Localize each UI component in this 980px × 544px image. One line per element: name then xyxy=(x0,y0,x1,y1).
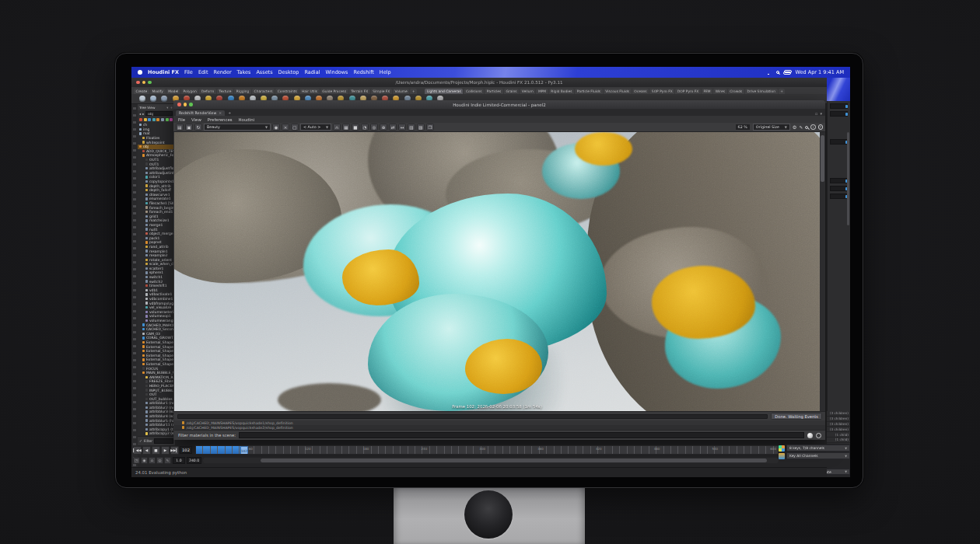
shelf-tab[interactable]: Particle Fluids xyxy=(575,89,603,94)
shelf-tab[interactable]: FEM xyxy=(702,89,712,94)
shelf-tab[interactable]: Hair Utils xyxy=(299,89,319,94)
material-preview-icon[interactable] xyxy=(807,433,813,438)
shelf-tab[interactable]: Grains xyxy=(504,89,519,94)
render-menu-item[interactable]: Preferences xyxy=(208,117,233,122)
snapshot-icon[interactable]: ▣ xyxy=(185,124,193,131)
shelf-tab[interactable]: + xyxy=(410,89,417,94)
menubar-menu-item[interactable]: Render xyxy=(213,69,231,75)
clock-icon[interactable]: ◔ xyxy=(361,124,369,131)
scrollbar-thumb[interactable] xyxy=(821,135,824,182)
shelf-tab[interactable]: + xyxy=(779,89,786,94)
zoom-window-button[interactable] xyxy=(148,81,152,85)
left-toolbar-strip[interactable] xyxy=(131,104,138,467)
shelf-tab[interactable]: Volume xyxy=(393,89,410,94)
range-end-field[interactable]: 240.0 xyxy=(187,457,201,464)
shelf-tab[interactable]: Drive Simulation xyxy=(745,89,778,94)
wifi-icon[interactable] xyxy=(765,71,772,75)
menubar-menu-item[interactable]: Redshift xyxy=(353,69,373,75)
pencil-icon[interactable]: ✎ xyxy=(800,125,803,130)
shelf-tab[interactable]: Particles xyxy=(485,89,503,94)
parameter-field[interactable] xyxy=(830,111,848,117)
shelf-tab[interactable]: Crowds xyxy=(728,89,744,94)
spotlight-icon[interactable] xyxy=(776,71,779,74)
render-menu-item[interactable]: Houdini xyxy=(239,117,255,122)
render-menu-item[interactable]: File xyxy=(178,117,185,122)
panel-icon[interactable]: ▥ xyxy=(408,124,415,131)
grid-icon[interactable]: ▦ xyxy=(342,124,350,131)
jump-start-button[interactable]: ▎◀◀ xyxy=(133,446,142,455)
play-reverse-button[interactable]: ◀ xyxy=(142,446,151,455)
pane-menu-icon[interactable]: ▾ xyxy=(166,106,168,110)
motion-fx-icon[interactable]: ∿ xyxy=(164,457,171,464)
favorite-node-icon[interactable] xyxy=(152,118,156,121)
parameter-field[interactable] xyxy=(830,186,848,191)
shelf-tab[interactable]: Rigid Bodies xyxy=(549,89,574,94)
zoom-window-button[interactable] xyxy=(189,103,193,106)
magnifier-icon[interactable] xyxy=(805,126,808,129)
play-button[interactable]: ▶ xyxy=(161,446,170,455)
shelf-tab[interactable]: Oceans xyxy=(632,89,649,94)
render-vertical-scrollbar[interactable] xyxy=(820,132,825,411)
close-window-button[interactable] xyxy=(177,103,181,106)
shelf-tab[interactable]: Wires xyxy=(713,89,726,94)
gear-icon[interactable]: ⚙ xyxy=(793,124,797,131)
dopnet-icon[interactable]: ◉ xyxy=(141,457,148,464)
menubar-menu-item[interactable]: Desktop xyxy=(278,69,299,75)
tree-item[interactable]: attribcopy2 (soft xyxy=(138,431,174,436)
menubar-menu-item[interactable]: Radial xyxy=(304,69,320,75)
playhead[interactable]: 102 xyxy=(240,446,248,455)
shelf-tool-icon[interactable] xyxy=(150,96,156,102)
range-start-field[interactable]: 1.0 xyxy=(173,457,185,464)
save-snapshot-icon[interactable]: ▤ xyxy=(176,124,184,131)
menubar-menu-item[interactable]: File xyxy=(184,69,193,75)
favorite-node-icon[interactable] xyxy=(144,118,147,121)
shelf-tab[interactable]: Viscous Fluids xyxy=(604,89,632,94)
fit-width-icon[interactable]: ↔ xyxy=(398,124,406,131)
shelf-tab[interactable]: DOP Pyro FX xyxy=(675,89,701,94)
minimize-window-button[interactable] xyxy=(142,81,146,85)
shelf-tab[interactable]: Deform xyxy=(199,89,216,94)
shelf-tab[interactable]: Terrain FX xyxy=(349,89,370,94)
channel-swatch-icon[interactable] xyxy=(779,445,785,452)
info-icon[interactable]: i xyxy=(810,124,815,129)
timeline-scroll-thumb[interactable] xyxy=(261,459,767,462)
favorite-node-icon[interactable] xyxy=(156,118,159,121)
filter-check-icon[interactable]: ✓ xyxy=(139,439,142,443)
favorite-node-icon[interactable] xyxy=(170,118,173,121)
lock-icon[interactable]: ∩ xyxy=(333,124,341,131)
shelf-tab[interactable]: Rigging xyxy=(234,89,251,94)
key-all-dropdown[interactable]: Key All Channels▼ xyxy=(786,452,850,459)
render-menu-item[interactable]: View xyxy=(191,117,201,122)
panel-scrollbar[interactable] xyxy=(847,132,849,225)
abort-icon[interactable]: × xyxy=(282,124,289,131)
shelf-tab[interactable]: Create xyxy=(134,89,149,94)
shelf-tab[interactable]: Guide Process xyxy=(320,89,348,94)
apple-menu-icon[interactable] xyxy=(138,70,142,75)
shelf-tool-icon[interactable] xyxy=(139,96,145,102)
layers-icon[interactable]: ▧ xyxy=(417,124,425,131)
favorite-node-icon[interactable] xyxy=(139,118,142,121)
shelf-tab[interactable]: Simple FX xyxy=(371,89,392,94)
size-mode-select[interactable]: Original Size▼ xyxy=(753,124,790,131)
parameter-field[interactable] xyxy=(830,178,848,183)
menubar-menu-item[interactable]: Edit xyxy=(198,69,208,75)
render-image[interactable]: Frame 102: 2026-02-06 20:03:58 (1m 54s) xyxy=(174,132,820,411)
zoom-in-icon[interactable]: ⊕ xyxy=(380,124,387,131)
target-icon[interactable]: ◎ xyxy=(370,124,378,131)
restart-render-icon[interactable]: ↻ xyxy=(194,124,202,131)
menubar-menu-item[interactable]: Help xyxy=(380,69,391,75)
keys-summary-dropdown[interactable]: 8 keys, 7/8 channels▼ xyxy=(786,445,850,452)
jump-end-button[interactable]: ▶▶▎ xyxy=(170,446,179,455)
crop-icon[interactable]: ▢ xyxy=(291,124,299,131)
parameter-field[interactable] xyxy=(830,194,848,199)
menubar-menu-item[interactable]: Takes xyxy=(237,69,251,75)
tree-view-tab[interactable]: Tree View ▾ + xyxy=(138,104,174,110)
global-anim-icon[interactable]: ◳ xyxy=(133,457,140,464)
shelf-tab[interactable]: Polygon xyxy=(181,89,198,94)
shelf-tab[interactable]: Characters xyxy=(252,89,275,94)
render-icon[interactable]: ◉ xyxy=(272,124,280,131)
shelf-tab[interactable]: Collisions xyxy=(464,89,484,94)
zoom-level-field[interactable]: 62 % xyxy=(735,124,751,131)
favorite-node-icon[interactable] xyxy=(148,118,151,121)
forward-icon[interactable]: ▸ xyxy=(142,112,144,116)
